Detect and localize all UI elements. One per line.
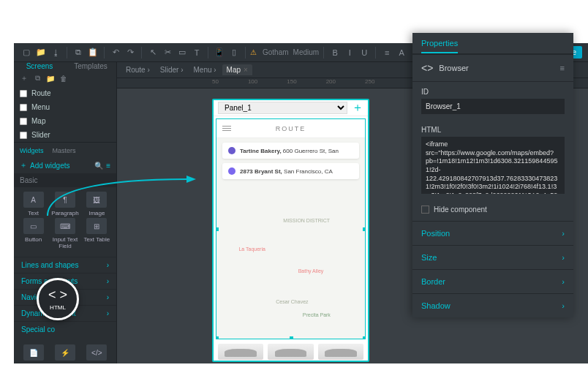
- add-screen-icon[interactable]: ＋: [18, 72, 30, 84]
- italic-icon[interactable]: I: [343, 46, 356, 59]
- tab-templates[interactable]: Templates: [65, 62, 116, 70]
- copy-icon[interactable]: ⧉: [72, 46, 85, 59]
- panel-select[interactable]: Panel_1: [218, 102, 347, 114]
- tab-properties[interactable]: Properties: [421, 39, 458, 53]
- warning-icon: ⚠: [250, 48, 257, 56]
- bold-icon[interactable]: B: [328, 46, 342, 59]
- crumb-menu[interactable]: Menu ›: [189, 64, 220, 75]
- section-position[interactable]: Position›: [412, 221, 573, 245]
- align-left-icon[interactable]: ≡: [380, 46, 393, 59]
- chevron-right-icon: ›: [562, 229, 565, 238]
- add-panel-icon[interactable]: ＋: [352, 100, 363, 116]
- tablet-icon[interactable]: ▯: [227, 46, 241, 59]
- screen-item-route[interactable]: Route: [14, 86, 116, 100]
- undo-icon[interactable]: ↶: [109, 46, 122, 59]
- html-field-label: HTML: [421, 126, 565, 134]
- chevron-right-icon: ›: [107, 261, 109, 269]
- address-destination: 2873 Bryant St, San Francisco, CA: [222, 163, 359, 179]
- widget-table[interactable]: ⊞Text Table: [82, 218, 112, 249]
- pin-icon: [228, 167, 235, 175]
- crumb-map[interactable]: Map×: [222, 64, 252, 75]
- pin-icon: [228, 147, 235, 154]
- car-thumb: [318, 344, 363, 360]
- rect-icon[interactable]: ▭: [176, 46, 189, 59]
- car-thumb: [268, 344, 313, 360]
- search-icon[interactable]: 🔍: [94, 162, 103, 170]
- underline-icon[interactable]: U: [358, 46, 371, 59]
- code-icon: < >: [48, 287, 67, 303]
- device-icon[interactable]: 📱: [213, 46, 226, 59]
- hamburger-icon: [222, 126, 231, 131]
- more-icon[interactable]: ≡: [560, 64, 565, 72]
- html-textarea[interactable]: <iframe src="https://www.google.com/maps…: [421, 137, 565, 194]
- properties-panel: Properties <> Browser ≡ ID HTML <iframe …: [412, 33, 573, 317]
- redo-icon[interactable]: ↷: [124, 46, 137, 59]
- map-district-label: MISSION DISTRICT: [283, 218, 330, 223]
- section-border[interactable]: Border›: [412, 269, 573, 293]
- html-widget-badge: < > HTML: [37, 278, 79, 320]
- plus-icon: ＋: [20, 160, 27, 170]
- section-size[interactable]: Size›: [412, 245, 573, 269]
- chevron-right-icon: ›: [562, 253, 565, 262]
- widget-text[interactable]: AText: [18, 192, 48, 216]
- delete-icon[interactable]: 🗑: [58, 72, 69, 84]
- category-basic-label: Basic: [14, 173, 116, 187]
- widget-flash[interactable]: ⚡Flash: [50, 344, 80, 363]
- widget-input[interactable]: ⌨Input Text Field: [50, 218, 80, 249]
- folder-icon[interactable]: 📁: [45, 72, 56, 84]
- device-preview[interactable]: Panel_1 ＋ ROUTE Tartine Bakery, 60: [212, 99, 369, 362]
- tab-widgets[interactable]: Widgets: [20, 147, 44, 154]
- component-type-label: Browser: [439, 64, 468, 72]
- tab-screens[interactable]: Screens: [14, 62, 65, 70]
- new-icon[interactable]: ▢: [20, 46, 33, 59]
- crumb-route[interactable]: Route ›: [121, 64, 154, 75]
- close-icon[interactable]: ×: [244, 66, 248, 74]
- map-poi-label: Bathy Alley: [298, 268, 324, 274]
- section-shadow[interactable]: Shadow›: [412, 293, 573, 317]
- map-street-label: Cesar Chavez: [276, 299, 308, 304]
- selected-component[interactable]: ROUTE Tartine Bakery, 600 Guerrero St, S…: [216, 118, 366, 339]
- screen-item-map[interactable]: Map: [14, 114, 116, 128]
- screen-item-menu[interactable]: Menu: [14, 100, 116, 114]
- car-thumbnails: [214, 342, 368, 362]
- widget-html[interactable]: </>HTML Website: [82, 344, 112, 363]
- car-thumb: [218, 344, 263, 360]
- open-icon[interactable]: 📁: [34, 46, 48, 59]
- map-poi-label: La Taqueria: [238, 246, 265, 252]
- chevron-right-icon: ›: [107, 293, 109, 301]
- cursor-icon[interactable]: ↖: [146, 46, 159, 59]
- widget-image[interactable]: 🖼Image: [82, 192, 112, 216]
- crumb-slider[interactable]: Slider ›: [156, 64, 188, 75]
- paste-icon[interactable]: 📋: [86, 46, 99, 59]
- code-icon: <>: [421, 62, 433, 74]
- id-input[interactable]: [421, 99, 565, 114]
- hide-checkbox-label: Hide component: [434, 206, 487, 214]
- list-icon[interactable]: ≡: [106, 162, 110, 170]
- id-field-label: ID: [421, 88, 565, 96]
- hide-checkbox[interactable]: [421, 206, 429, 214]
- add-widgets-button[interactable]: ＋ Add widgets 🔍 ≡: [14, 157, 116, 173]
- duplicate-icon[interactable]: ⧉: [31, 72, 43, 84]
- widget-button[interactable]: ▭Button: [18, 218, 48, 249]
- category-special[interactable]: Special co: [14, 321, 116, 337]
- text-icon[interactable]: T: [190, 46, 203, 59]
- scissors-icon[interactable]: ✂: [161, 46, 174, 59]
- chevron-right-icon: ›: [107, 277, 109, 285]
- chevron-right-icon: ›: [562, 277, 565, 286]
- screen-item-slider[interactable]: Slider: [14, 128, 116, 142]
- tab-masters[interactable]: Masters: [53, 147, 76, 154]
- font-selector[interactable]: ⚠ Gotham Medium: [250, 48, 319, 56]
- chevron-right-icon: ›: [562, 301, 565, 310]
- color-icon[interactable]: A: [395, 46, 408, 59]
- chevron-right-icon: ›: [107, 309, 109, 317]
- screen-list: Route Menu Map Slider: [14, 86, 116, 142]
- font-weight: Medium: [293, 48, 320, 56]
- category-lines[interactable]: Lines and shapes›: [14, 257, 116, 273]
- font-name: Gotham: [263, 48, 289, 56]
- widget-document[interactable]: 📄Document: [18, 344, 48, 363]
- route-header: ROUTE: [216, 119, 365, 138]
- map-park-label: Precita Park: [303, 312, 331, 317]
- save-icon[interactable]: ⭳: [49, 46, 62, 59]
- widget-paragraph[interactable]: ¶Paragraph: [50, 192, 80, 216]
- address-origin: Tartine Bakery, 600 Guerrero St, San: [222, 143, 359, 159]
